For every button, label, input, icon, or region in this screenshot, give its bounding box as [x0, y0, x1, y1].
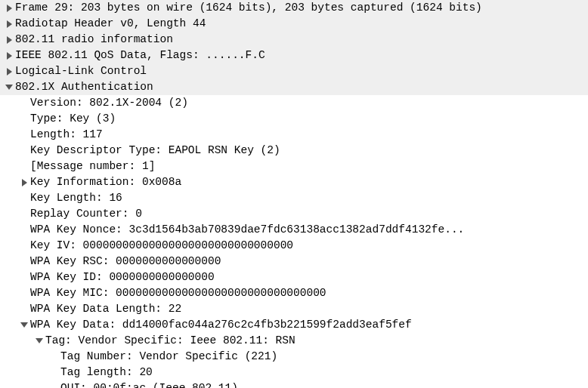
tree-label: WPA Key Data: dd14000fac044a276c2c4fb3b2… [30, 318, 412, 332]
chevron-down-icon[interactable] [35, 338, 44, 343]
tree-leaf-key-len[interactable]: Key Length: 16 [0, 190, 588, 206]
tree-label: WPA Key RSC: 0000000000000000 [30, 254, 221, 269]
tree-leaf-key-desc[interactable]: Key Descriptor Type: EAPOL RSN Key (2) [0, 143, 588, 159]
tree-label: WPA Key ID: 0000000000000000 [30, 270, 215, 285]
tree-leaf-length[interactable]: Length: 117 [0, 127, 588, 143]
chevron-right-icon[interactable] [5, 36, 14, 44]
tree-label: Tag: Vendor Specific: Ieee 802.11: RSN [45, 334, 296, 348]
tree-node-radio-info[interactable]: 802.11 radio information [0, 32, 588, 48]
tree-label: Logical-Link Control [15, 64, 147, 79]
tree-leaf-oui[interactable]: OUI: 00:0f:ac (Ieee 802.11) [0, 380, 588, 388]
tree-node-llc[interactable]: Logical-Link Control [0, 63, 588, 79]
tree-node-tag[interactable]: Tag: Vendor Specific: Ieee 802.11: RSN [0, 333, 588, 349]
tree-leaf-nonce[interactable]: WPA Key Nonce: 3c3d1564b3ab70839dae7fdc6… [0, 222, 588, 238]
tree-label: Radiotap Header v0, Length 44 [15, 17, 206, 31]
chevron-right-icon[interactable] [5, 68, 14, 75]
tree-label: Tag Number: Vendor Specific (221) [60, 350, 277, 364]
chevron-right-icon[interactable] [20, 179, 29, 186]
chevron-right-icon[interactable] [5, 52, 14, 60]
chevron-right-icon[interactable] [5, 5, 14, 12]
tree-label: Length: 117 [30, 128, 103, 142]
tree-label: Version: 802.1X-2004 (2) [30, 96, 188, 110]
tree-leaf-data-len[interactable]: WPA Key Data Length: 22 [0, 301, 588, 317]
tree-label: Replay Counter: 0 [30, 207, 142, 221]
tree-label: WPA Key MIC: 000000000000000000000000000… [30, 286, 326, 300]
tree-leaf-key-rsc[interactable]: WPA Key RSC: 0000000000000000 [0, 254, 588, 269]
tree-leaf-tag-len[interactable]: Tag length: 20 [0, 365, 588, 380]
tree-leaf-type[interactable]: Type: Key (3) [0, 111, 588, 127]
chevron-right-icon[interactable] [5, 20, 14, 28]
tree-leaf-version[interactable]: Version: 802.1X-2004 (2) [0, 95, 588, 111]
tree-leaf-key-id[interactable]: WPA Key ID: 0000000000000000 [0, 269, 588, 285]
tree-node-key-data[interactable]: WPA Key Data: dd14000fac044a276c2c4fb3b2… [0, 317, 588, 333]
tree-node-radiotap[interactable]: Radiotap Header v0, Length 44 [0, 16, 588, 32]
tree-leaf-tag-num[interactable]: Tag Number: Vendor Specific (221) [0, 349, 588, 365]
tree-node-auth[interactable]: 802.1X Authentication [0, 79, 588, 95]
tree-label: Key Information: 0x008a [30, 175, 181, 189]
tree-label: [Message number: 1] [30, 159, 155, 174]
tree-node-frame[interactable]: Frame 29: 203 bytes on wire (1624 bits),… [0, 0, 588, 16]
tree-label: Tag length: 20 [60, 365, 153, 380]
tree-label: IEEE 802.11 QoS Data, Flags: ......F.C [15, 48, 265, 63]
tree-label: WPA Key Nonce: 3c3d1564b3ab70839dae7fdc6… [30, 223, 464, 237]
tree-leaf-key-iv[interactable]: Key IV: 00000000000000000000000000000000 [0, 238, 588, 254]
tree-label: 802.1X Authentication [15, 80, 153, 94]
chevron-down-icon[interactable] [20, 322, 29, 328]
tree-node-key-info[interactable]: Key Information: 0x008a [0, 174, 588, 190]
tree-label: Type: Key (3) [30, 112, 116, 126]
tree-node-qos-data[interactable]: IEEE 802.11 QoS Data, Flags: ......F.C [0, 48, 588, 63]
tree-label: WPA Key Data Length: 22 [30, 302, 181, 316]
tree-label: Key Length: 16 [30, 191, 122, 205]
tree-leaf-key-mic[interactable]: WPA Key MIC: 000000000000000000000000000… [0, 285, 588, 301]
tree-label: Frame 29: 203 bytes on wire (1624 bits),… [15, 1, 482, 15]
tree-label: OUI: 00:0f:ac (Ieee 802.11) [60, 381, 238, 388]
tree-leaf-replay[interactable]: Replay Counter: 0 [0, 206, 588, 222]
chevron-down-icon[interactable] [5, 85, 14, 90]
tree-leaf-msg-num[interactable]: [Message number: 1] [0, 159, 588, 174]
tree-label: 802.11 radio information [15, 32, 173, 47]
tree-label: Key IV: 00000000000000000000000000000000 [30, 239, 293, 253]
tree-label: Key Descriptor Type: EAPOL RSN Key (2) [30, 143, 280, 158]
